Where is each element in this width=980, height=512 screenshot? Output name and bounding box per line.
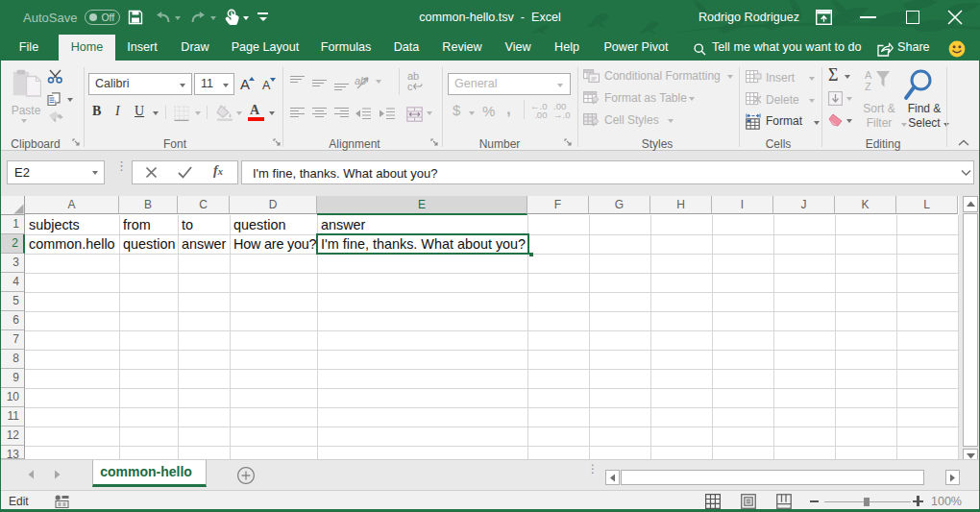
svg-text:Z: Z	[865, 81, 871, 92]
svg-text:A: A	[865, 69, 872, 81]
svg-text:c: c	[407, 81, 413, 92]
